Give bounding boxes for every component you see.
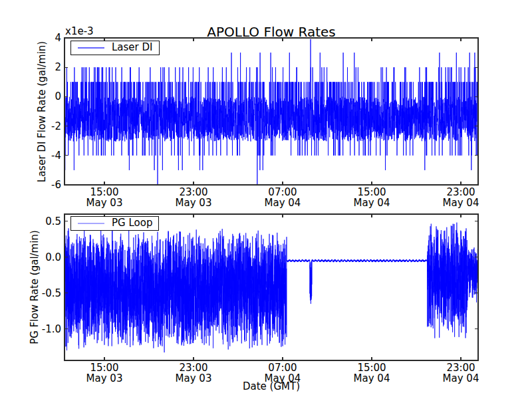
x-tick-label: 15:00May 03: [74, 187, 134, 208]
x-tick-date: May 04: [431, 373, 491, 384]
x-tick-date: May 04: [431, 198, 491, 208]
legend-line-sample-icon: [77, 221, 105, 225]
x-tick-date: May 03: [74, 198, 134, 208]
y-tick-label: 4: [21, 32, 61, 44]
x-tick-time: 07:00: [253, 187, 313, 198]
x-tick-date: May 04: [253, 373, 313, 384]
legend-line-sample-icon: [77, 46, 105, 50]
figure: APOLLO Flow Rates x1e-3 Laser DI Flow Ra…: [0, 0, 532, 399]
x-tick-time: 15:00: [342, 187, 402, 198]
x-tick-label: 23:00May 04: [431, 362, 491, 384]
x-tick-label: 07:00May 04: [253, 187, 313, 208]
x-tick-date: May 04: [342, 373, 402, 384]
y-tick-label: -4: [21, 150, 61, 162]
legend-laser-di: Laser DI: [70, 41, 160, 55]
chart-title: APOLLO Flow Rates: [65, 24, 478, 40]
y-axis-offset-multiplier: x1e-3: [65, 25, 94, 37]
y-tick-label: 0.5: [21, 215, 61, 227]
x-tick-time: 07:00: [253, 362, 313, 373]
y-tick-label: 0.0: [21, 251, 61, 263]
x-tick-time: 23:00: [164, 187, 223, 198]
y-tick-label: -1.0: [21, 323, 61, 335]
x-tick-time: 15:00: [342, 362, 402, 373]
x-tick-label: 15:00May 03: [74, 362, 134, 384]
x-tick-date: May 03: [164, 198, 223, 208]
x-tick-label: 23:00May 03: [164, 187, 223, 208]
pg-loop-series-line: [65, 223, 478, 352]
x-tick-date: May 04: [253, 198, 313, 208]
x-tick-time: 23:00: [164, 362, 223, 373]
x-tick-label: 07:00May 04: [253, 362, 313, 384]
y-tick-label: 0: [21, 90, 61, 102]
y-tick-label: -2: [21, 120, 61, 132]
x-tick-time: 15:00: [74, 362, 134, 373]
x-tick-date: May 04: [342, 198, 402, 208]
x-tick-label: 15:00May 04: [342, 187, 402, 208]
legend-pg-loop: PG Loop: [70, 216, 159, 231]
legend-label-laser-di: Laser DI: [112, 43, 153, 53]
y-tick-label: -0.5: [21, 287, 61, 299]
x-tick-label: 15:00May 04: [342, 362, 402, 384]
x-tick-time: 23:00: [431, 362, 491, 373]
x-tick-label: 23:00May 04: [431, 187, 491, 208]
y-tick-label: -6: [21, 179, 61, 191]
x-tick-time: 15:00: [74, 187, 134, 198]
x-tick-date: May 03: [74, 373, 134, 384]
laser-di-series-line: [65, 39, 478, 185]
y-tick-label: 2: [21, 61, 61, 73]
x-tick-time: 23:00: [431, 187, 491, 198]
x-tick-label: 23:00May 03: [164, 362, 223, 384]
x-tick-date: May 03: [164, 373, 223, 384]
legend-label-pg-loop: PG Loop: [112, 218, 152, 228]
